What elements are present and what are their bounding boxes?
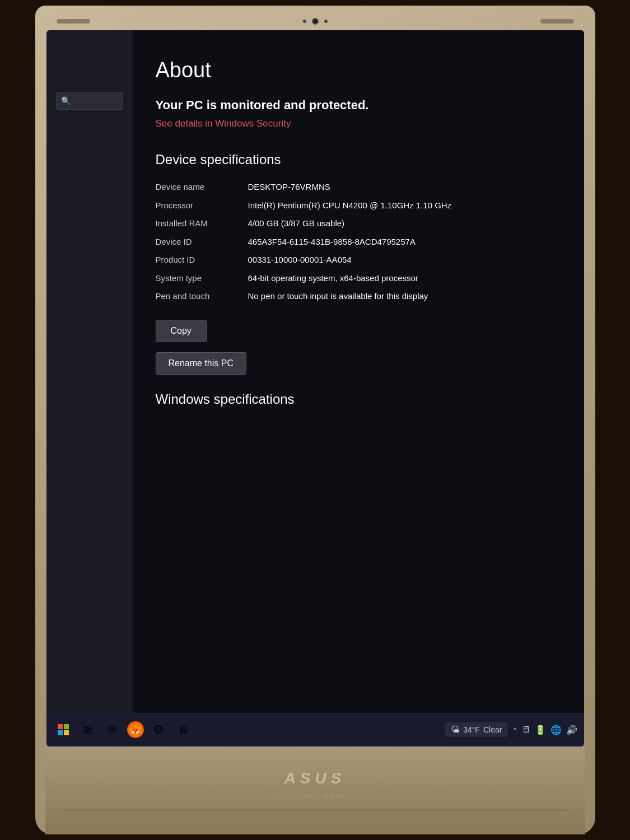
spec-row-system-type: System type 64-bit operating system, x64… xyxy=(156,272,562,285)
spec-row-ram: Installed RAM 4/00 GB (3/87 GB usable) xyxy=(156,217,562,230)
search-icon: 🔍 xyxy=(61,96,71,105)
taskbar-right: 🌤 34°F Clear ^ 🖥 🔋 🌐 🔊 xyxy=(445,722,577,737)
rename-pc-button[interactable]: Rename this PC xyxy=(156,352,247,375)
store-icon: 🛍 xyxy=(82,724,94,736)
camera-dot-1 xyxy=(303,20,306,23)
taskbar-app5-icon[interactable]: 🖥 xyxy=(173,720,193,740)
copy-button[interactable]: Copy xyxy=(156,320,207,342)
tray-chevron-icon[interactable]: ^ xyxy=(513,726,516,734)
camera-lens xyxy=(312,18,319,25)
app5-icon: 🖥 xyxy=(178,724,189,736)
gear-icon: ⚙ xyxy=(153,722,164,737)
spec-value-device-id: 465A3F54-6115-431B-9858-8ACD4795257A xyxy=(248,236,562,249)
firefox-icon: 🦊 xyxy=(130,725,140,734)
main-area: About Your PC is monitored and protected… xyxy=(133,30,584,713)
spec-label-product-id: Product ID xyxy=(156,254,248,264)
taskbar-mail-icon[interactable]: ✉ xyxy=(102,720,123,740)
spec-row-device-name: Device name DESKTOP-76VRMNS xyxy=(156,181,562,194)
spec-value-product-id: 00331-10000-00001-AA054 xyxy=(248,254,562,267)
weather-condition: Clear xyxy=(483,725,502,734)
system-tray: ^ 🖥 🔋 🌐 🔊 xyxy=(513,725,577,735)
tray-monitor-icon: 🖥 xyxy=(521,725,530,735)
spec-label-pen-touch: Pen and touch xyxy=(156,290,248,301)
taskbar-firefox-icon[interactable]: 🦊 xyxy=(127,721,144,738)
tray-battery-icon: 🔋 xyxy=(535,725,546,735)
laptop-outer: 🔍 About Your PC is monitored and protect… xyxy=(35,6,595,834)
spec-value-processor: Intel(R) Pentium(R) CPU N4200 @ 1.10GHz … xyxy=(248,199,562,212)
tray-network-icon: 🌐 xyxy=(550,725,562,735)
taskbar: 🛍 ✉ 🦊 ⚙ 🖥 🌤 34°F Clea xyxy=(46,713,584,746)
weather-icon: 🌤 xyxy=(451,725,460,735)
weather-widget[interactable]: 🌤 34°F Clear xyxy=(445,722,507,737)
taskbar-store-icon[interactable]: 🛍 xyxy=(78,720,98,740)
protection-status: Your PC is monitored and protected. xyxy=(156,98,562,113)
spec-label-system-type: System type xyxy=(156,272,248,283)
spec-row-product-id: Product ID 00331-10000-00001-AA054 xyxy=(156,254,562,267)
spec-label-processor: Processor xyxy=(156,199,248,210)
spec-row-device-id: Device ID 465A3F54-6115-431B-9858-8ACD47… xyxy=(156,236,562,249)
screen-content: 🔍 About Your PC is monitored and protect… xyxy=(46,30,584,713)
spec-value-system-type: 64-bit operating system, x64-based proce… xyxy=(248,272,562,285)
spec-value-device-name: DESKTOP-76VRMNS xyxy=(248,181,562,194)
laptop-base-line xyxy=(63,809,567,811)
spec-value-ram: 4/00 GB (3/87 GB usable) xyxy=(248,217,562,230)
windows-start-button[interactable] xyxy=(53,720,73,740)
windows-logo-icon xyxy=(58,724,69,735)
laptop-top-bar xyxy=(45,16,585,30)
camera-area xyxy=(303,18,328,25)
laptop-vent-right xyxy=(540,19,574,24)
taskbar-left: 🛍 ✉ 🦊 ⚙ 🖥 xyxy=(53,720,193,740)
weather-temp: 34°F xyxy=(463,725,480,734)
laptop-bottom-bezel: ASUS HighSonicMaster xyxy=(45,746,585,834)
spec-row-pen-touch: Pen and touch No pen or touch input is a… xyxy=(156,290,562,303)
device-specs-heading: Device specifications xyxy=(156,152,562,167)
taskbar-settings-icon[interactable]: ⚙ xyxy=(148,720,169,740)
tray-volume-icon: 🔊 xyxy=(566,725,577,735)
mail-icon: ✉ xyxy=(108,723,117,736)
spec-label-device-name: Device name xyxy=(156,181,248,192)
sonic-master-text: HighSonicMaster xyxy=(279,792,351,800)
spec-value-pen-touch: No pen or touch input is available for t… xyxy=(248,290,562,303)
sidebar: 🔍 xyxy=(46,30,133,713)
screen-bezel: 🔍 About Your PC is monitored and protect… xyxy=(46,30,584,746)
laptop-vent-left xyxy=(57,19,90,24)
spec-row-processor: Processor Intel(R) Pentium(R) CPU N4200 … xyxy=(156,199,562,212)
specs-table: Device name DESKTOP-76VRMNS Processor In… xyxy=(156,181,562,303)
windows-specs-heading: Windows specifications xyxy=(156,391,562,407)
spec-label-device-id: Device ID xyxy=(156,236,248,246)
spec-label-ram: Installed RAM xyxy=(156,217,248,228)
asus-logo: ASUS xyxy=(284,769,346,787)
page-title: About xyxy=(156,58,562,82)
security-link[interactable]: See details in Windows Security xyxy=(156,118,562,129)
camera-dot-2 xyxy=(324,20,328,23)
search-box[interactable]: 🔍 xyxy=(56,92,123,110)
